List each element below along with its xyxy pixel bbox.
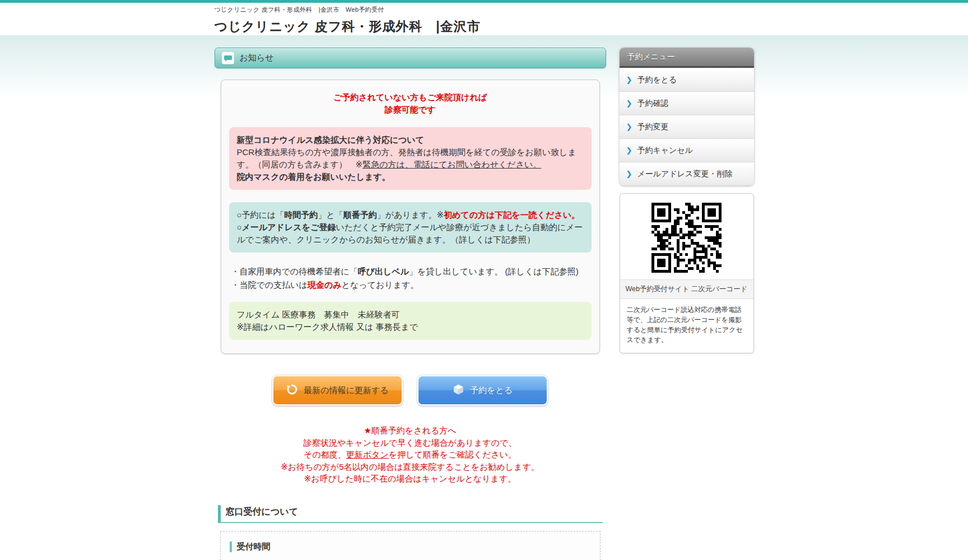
chevron-right-icon: ❯ [626, 76, 632, 84]
cube-icon [453, 384, 464, 397]
refresh-button-link[interactable]: 更新ボタン [346, 450, 389, 459]
covid-notice-title: 新型コロナウイルス感染拡大に伴う対応について [237, 135, 425, 144]
speech-bubble-icon [222, 52, 234, 64]
menu-item-cancel[interactable]: ❯ 予約キャンセル [620, 138, 754, 162]
qr-code [651, 203, 722, 273]
covid-notice-box: 新型コロナウイルス感染拡大に伴う対応について PCR検査結果待ちの方や濃厚接触者… [229, 127, 592, 190]
menu-item-change[interactable]: ❯ 予約変更 [620, 115, 754, 138]
reception-hours-title: 受付時間 [230, 542, 591, 552]
notice-section-title: お知らせ [240, 53, 274, 63]
refresh-icon [286, 384, 298, 397]
recruit-box: フルタイム 医療事務 募集中 未経験者可 ※詳細はハローワーク求人情報 又は 事… [229, 302, 592, 340]
bullet-cash-only: ・当院での支払いは現金のみとなっております。 [231, 278, 589, 292]
reception-hours-box: 受付時間 午前8:30～11:30 午後 [220, 531, 601, 560]
action-buttons: 最新の情報に更新する 予約をとる [215, 375, 606, 405]
reserve-button[interactable]: 予約をとる [417, 375, 548, 405]
covid-notice-emergency: 緊急の方は、電話にてお問い合わせください。 [362, 160, 541, 169]
order-reservation-notes: ★順番予約をされる方へ 診察状況やキャンセルで早く進む場合がありますので、 その… [215, 424, 606, 485]
menu-item-email[interactable]: ❯ メールアドレス変更・削除 [620, 162, 754, 185]
reservation-info-box: ○予約には「時間予約」と「順番予約」があります。※初めての方は下記を一読ください… [229, 202, 592, 253]
page-title: つじクリニック 皮フ科・形成外科 |金沢市 [215, 18, 754, 35]
menu-item-reserve[interactable]: ❯ 予約をとる [620, 68, 754, 91]
bullet-notes: ・自家用車内での待機希望者に「呼び出しベル」を貸し出しています。 (詳しくは下記… [229, 265, 592, 302]
bullet-call-bell: ・自家用車内での待機希望者に「呼び出しベル」を貸し出しています。 (詳しくは下記… [231, 265, 589, 278]
window-reception-heading: 窓口受付について [218, 505, 603, 523]
chevron-right-icon: ❯ [626, 123, 632, 131]
breadcrumb: つじクリニック 皮フ科・形成外科 |金沢市 Web予約受付 [215, 6, 754, 14]
reserve-button-label: 予約をとる [470, 385, 513, 396]
notice-card: ご予約されていない方もご来院頂ければ 診察可能です 新型コロナウイルス感染拡大に… [221, 80, 600, 354]
qr-caption: Web予約受付サイト 二次元バーコード [620, 279, 753, 299]
first-time-warning: 初めての方は下記を一読ください。 [444, 210, 580, 220]
qr-code-card: Web予約受付サイト 二次元バーコード 二次元バーコード読込対応の携帯電話等で、… [620, 193, 754, 353]
lead-message: ご予約されていない方もご来院頂ければ 診察可能です [229, 91, 592, 116]
site-header: つじクリニック 皮フ科・形成外科 |金沢市 Web予約受付 つじクリニック 皮フ… [0, 3, 968, 35]
notice-section-header: お知らせ [215, 48, 606, 68]
order-notes-title: ★順番予約をされる方へ [215, 424, 606, 437]
sidebar: 予約メニュー ❯ 予約をとる ❯ 予約確認 ❯ 予約変更 ❯ 予約キャンセル [620, 48, 754, 560]
reservation-menu-title: 予約メニュー [620, 48, 754, 68]
main-column: お知らせ ご予約されていない方もご来院頂ければ 診察可能です 新型コロナウイルス… [215, 48, 606, 560]
covid-notice-mask: 院内マスクの着用をお願いいたします。 [237, 172, 390, 181]
menu-item-confirm[interactable]: ❯ 予約確認 [620, 91, 754, 115]
reservation-menu: 予約メニュー ❯ 予約をとる ❯ 予約確認 ❯ 予約変更 ❯ 予約キャンセル [620, 48, 754, 185]
chevron-right-icon: ❯ [626, 170, 632, 178]
refresh-button[interactable]: 最新の情報に更新する [272, 375, 403, 405]
page-background: お知らせ ご予約されていない方もご来院頂ければ 診察可能です 新型コロナウイルス… [0, 35, 968, 560]
chevron-right-icon: ❯ [626, 99, 632, 108]
refresh-button-label: 最新の情報に更新する [304, 385, 388, 396]
chevron-right-icon: ❯ [626, 146, 632, 155]
qr-description: 二次元バーコード読込対応の携帯電話等で、上記の二次元バーコードを撮影すると簡単に… [620, 299, 753, 353]
